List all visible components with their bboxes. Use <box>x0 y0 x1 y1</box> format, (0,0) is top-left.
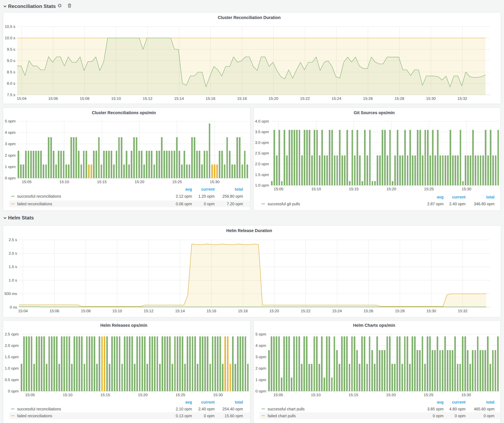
svg-text:15:10: 15:10 <box>311 187 321 191</box>
svg-text:successful chart pulls: successful chart pulls <box>268 407 305 411</box>
svg-text:3.0 opm: 3.0 opm <box>255 141 269 145</box>
svg-text:0 opm: 0 opm <box>204 202 215 206</box>
svg-text:15:10: 15:10 <box>59 180 69 184</box>
svg-text:15:05: 15:05 <box>274 187 283 191</box>
svg-text:15:18: 15:18 <box>237 96 247 101</box>
svg-text:15:32: 15:32 <box>458 309 468 313</box>
svg-text:3 opm: 3 opm <box>5 142 16 146</box>
svg-text:15:20: 15:20 <box>386 393 396 397</box>
svg-text:15:28: 15:28 <box>395 96 404 101</box>
svg-text:15:30: 15:30 <box>426 309 436 313</box>
svg-text:15:16: 15:16 <box>206 309 216 313</box>
svg-text:15:20: 15:20 <box>138 393 148 397</box>
svg-text:2 opm: 2 opm <box>5 153 16 158</box>
svg-text:4.80 opm: 4.80 opm <box>449 407 466 411</box>
svg-text:0.13 opm: 0.13 opm <box>176 414 192 418</box>
svg-text:15:30: 15:30 <box>210 180 219 184</box>
svg-text:15:10: 15:10 <box>112 309 122 313</box>
svg-text:15:25: 15:25 <box>172 180 182 184</box>
svg-text:15:05: 15:05 <box>25 393 35 397</box>
svg-text:15:28: 15:28 <box>395 309 405 313</box>
svg-text:15:08: 15:08 <box>81 309 90 313</box>
svg-text:15:15: 15:15 <box>349 393 358 397</box>
svg-text:2.10 opm: 2.10 opm <box>176 407 192 411</box>
svg-text:0 opm: 0 opm <box>8 389 19 393</box>
svg-text:15:10: 15:10 <box>63 393 72 397</box>
svg-text:4.0 opm: 4.0 opm <box>255 119 269 123</box>
svg-text:15:25: 15:25 <box>424 187 434 191</box>
svg-text:total: total <box>486 195 494 199</box>
svg-text:0 opm: 0 opm <box>484 414 494 418</box>
svg-text:0 opm: 0 opm <box>255 389 266 393</box>
svg-text:5 opm: 5 opm <box>255 332 266 336</box>
svg-text:2 opm: 2 opm <box>255 366 266 370</box>
svg-text:15:15: 15:15 <box>100 393 110 397</box>
svg-text:2.0 opm: 2.0 opm <box>255 162 269 166</box>
svg-text:15:12: 15:12 <box>143 96 152 101</box>
svg-text:15:26: 15:26 <box>363 96 373 101</box>
svg-text:15:10: 15:10 <box>111 96 121 101</box>
svg-text:15:15: 15:15 <box>97 180 107 184</box>
svg-text:1.5 s: 1.5 s <box>9 264 17 269</box>
svg-text:254.40 opm: 254.40 opm <box>222 407 243 411</box>
svg-text:2.40 opm: 2.40 opm <box>198 407 215 411</box>
svg-text:15:24: 15:24 <box>332 96 341 101</box>
svg-text:2.12 opm: 2.12 opm <box>176 194 192 198</box>
svg-text:15:14: 15:14 <box>174 96 184 101</box>
svg-text:0 opm: 0 opm <box>433 414 444 418</box>
svg-text:1.5 opm: 1.5 opm <box>5 355 19 359</box>
svg-text:3.5 opm: 3.5 opm <box>255 130 269 134</box>
svg-text:15:32: 15:32 <box>457 96 467 101</box>
svg-text:15:06: 15:06 <box>49 309 59 313</box>
svg-text:15:08: 15:08 <box>80 96 90 101</box>
svg-text:15:22: 15:22 <box>301 309 311 313</box>
svg-text:15:20: 15:20 <box>386 187 396 191</box>
svg-text:15:16: 15:16 <box>206 96 215 101</box>
svg-text:0.06 opm: 0.06 opm <box>176 202 192 206</box>
svg-text:15:10: 15:10 <box>311 393 321 397</box>
svg-text:465.60 opm: 465.60 opm <box>474 407 494 411</box>
svg-text:8.5 s: 8.5 s <box>7 70 15 74</box>
svg-text:15:04: 15:04 <box>18 309 28 313</box>
svg-text:15:20: 15:20 <box>270 309 279 313</box>
svg-text:avg: avg <box>437 195 444 199</box>
svg-text:9.0 s: 9.0 s <box>7 59 15 63</box>
svg-text:15:22: 15:22 <box>300 96 310 101</box>
svg-text:8.0 s: 8.0 s <box>7 81 15 86</box>
svg-text:0 opm: 0 opm <box>455 414 466 418</box>
svg-text:500 ms: 500 ms <box>4 292 17 296</box>
svg-text:0 opm: 0 opm <box>5 176 16 180</box>
svg-text:15:04: 15:04 <box>17 96 26 101</box>
svg-text:current: current <box>201 400 215 404</box>
svg-text:2.87 opm: 2.87 opm <box>427 202 444 206</box>
svg-text:15:12: 15:12 <box>144 309 153 313</box>
svg-text:346.80 opm: 346.80 opm <box>474 202 494 206</box>
svg-text:15:25: 15:25 <box>176 393 185 397</box>
svg-text:9.5 s: 9.5 s <box>7 47 15 51</box>
svg-text:1 opm: 1 opm <box>255 378 266 382</box>
svg-text:avg: avg <box>185 187 192 191</box>
svg-text:15:06: 15:06 <box>48 96 58 101</box>
svg-text:15.60 opm: 15.60 opm <box>225 414 243 418</box>
svg-text:2.5 opm: 2.5 opm <box>255 151 269 155</box>
svg-text:10.0 s: 10.0 s <box>5 36 15 40</box>
svg-text:total: total <box>235 400 243 404</box>
svg-text:15:05: 15:05 <box>22 180 31 184</box>
svg-text:2.0 s: 2.0 s <box>9 251 17 255</box>
svg-text:4 opm: 4 opm <box>5 130 16 135</box>
svg-text:15:20: 15:20 <box>269 96 278 101</box>
svg-text:avg: avg <box>437 400 444 404</box>
svg-text:4 opm: 4 opm <box>255 343 266 348</box>
svg-text:15:24: 15:24 <box>332 309 342 313</box>
svg-text:15:30: 15:30 <box>213 393 223 397</box>
svg-text:failed reconciliations: failed reconciliations <box>17 414 52 418</box>
svg-text:2.40 opm: 2.40 opm <box>449 202 466 206</box>
svg-text:0 ns: 0 ns <box>10 305 17 309</box>
svg-text:15:25: 15:25 <box>424 393 433 397</box>
svg-text:15:30: 15:30 <box>461 393 471 397</box>
svg-text:failed chart pulls: failed chart pulls <box>268 414 296 418</box>
svg-text:1.0 opm: 1.0 opm <box>255 183 269 187</box>
svg-text:2.0 opm: 2.0 opm <box>5 343 19 348</box>
svg-text:total: total <box>486 400 494 404</box>
svg-text:successful reconciliations: successful reconciliations <box>17 407 61 411</box>
